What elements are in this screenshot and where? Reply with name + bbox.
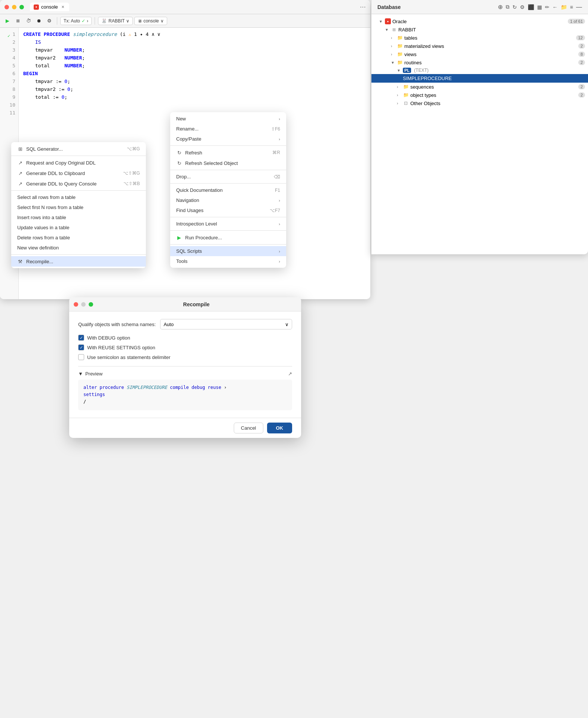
- dialog-body: Qualify objects with schema names: Auto …: [69, 312, 301, 418]
- traffic-light-green[interactable]: [19, 5, 24, 9]
- tx-dropdown[interactable]: Tx: Auto ✓ ›: [60, 17, 92, 25]
- preview-continuation: ›: [224, 385, 227, 390]
- gen-ddl-console-label: Generate DDL to Query Console: [26, 181, 97, 187]
- menu-sep-1: [11, 156, 146, 156]
- dialog-tl-yellow[interactable]: [81, 302, 86, 307]
- menu-recompile[interactable]: ⚒ Recompile...: [11, 256, 146, 267]
- rename-label: Rename...: [176, 126, 199, 132]
- views-chevron: ›: [391, 52, 395, 56]
- gen-ddl-console-shortcut: ⌥⇧⌘B: [123, 181, 140, 186]
- menu-gen-ddl-console[interactable]: ↗ Generate DDL to Query Console ⌥⇧⌘B: [11, 178, 146, 189]
- db-add-icon[interactable]: ⊕: [498, 3, 503, 10]
- menu-quick-doc[interactable]: Quick Documentation F1: [170, 185, 286, 195]
- preview-expand-icon[interactable]: ↗: [288, 371, 292, 377]
- db-table-icon[interactable]: ▦: [537, 4, 542, 10]
- ok-button[interactable]: OK: [267, 423, 293, 433]
- menu-copy-paste[interactable]: Copy/Paste ›: [170, 134, 286, 144]
- menu-sql-generator[interactable]: ⊞ SQL Generator... ⌥⌘G: [11, 144, 146, 154]
- db-filter-icon[interactable]: ≡: [570, 4, 573, 10]
- clock-button[interactable]: ⏱: [24, 16, 33, 25]
- tables-item[interactable]: › 📁 tables 12: [371, 34, 588, 42]
- run-button[interactable]: ▶: [3, 16, 12, 25]
- console-tab-close[interactable]: ✕: [60, 4, 65, 10]
- debug-checkbox[interactable]: ✓: [78, 335, 84, 341]
- menu-navigation[interactable]: Navigation ›: [170, 195, 286, 205]
- menu-sql-scripts[interactable]: SQL Scripts ›: [170, 246, 286, 256]
- console-tab[interactable]: ● console ✕: [30, 3, 69, 11]
- settings-button[interactable]: ⚙: [45, 16, 54, 25]
- drop-shortcut: ⌫: [274, 174, 280, 180]
- gen-ddl-clipboard-label: Generate DDL to Clipboard: [26, 171, 85, 176]
- traffic-light-red[interactable]: [4, 5, 9, 9]
- sequences-badge: 2: [578, 84, 585, 89]
- dialog-tl-green[interactable]: [89, 302, 93, 307]
- menu-run-procedure[interactable]: ▶ Run Procedure...: [170, 232, 286, 243]
- sequences-item[interactable]: › 📁 sequences 2: [371, 83, 588, 91]
- db-tree: ▼ ● Oracle 1 of 61 ▼ ⊞ RABBIT › 📁 tables…: [371, 14, 588, 110]
- gen-ddl-console-icon: ↗: [17, 181, 23, 187]
- preview-label: Preview: [85, 371, 102, 377]
- menu-introspection[interactable]: Introspection Level ›: [170, 219, 286, 229]
- dialog-titlebar: Recompile: [69, 297, 301, 312]
- console-dropdown[interactable]: 🖥 console ∨: [134, 17, 167, 25]
- menu-insert-rows[interactable]: Insert rows into a table: [11, 212, 146, 223]
- traffic-light-yellow[interactable]: [12, 5, 16, 9]
- other-objects-item[interactable]: › ⊡ Other Objects: [371, 99, 588, 107]
- db-alert-icon[interactable]: ⬛: [528, 4, 534, 10]
- menu-refresh-selected[interactable]: ↻ Refresh Selected Object: [170, 158, 286, 168]
- sql-generator-icon: ⊞: [17, 146, 23, 152]
- qualify-dropdown[interactable]: Auto ∨: [160, 319, 292, 329]
- menu-sep-2: [11, 190, 146, 191]
- db-title-bar: Database ⊕ ⧉ ↻ ⚙ ⬛ ▦ ✏ ← 📁 ≡ —: [371, 0, 588, 14]
- separator-1: [57, 17, 57, 25]
- routines-item[interactable]: ▼ 📁 routines 2: [371, 58, 588, 67]
- menu-rename[interactable]: Rename... ⇧F6: [170, 124, 286, 134]
- menu-request-ddl[interactable]: ↗ Request and Copy Original DDL: [11, 157, 146, 168]
- menu-tools[interactable]: Tools ›: [170, 256, 286, 266]
- more-icon[interactable]: ⋯: [360, 3, 366, 10]
- menu-find-usages[interactable]: Find Usages ⌥F7: [170, 205, 286, 215]
- views-item[interactable]: › 📁 views 8: [371, 50, 588, 58]
- line-6: 6: [3, 70, 15, 78]
- rabbit-label: RABBIT: [398, 27, 585, 33]
- rabbit-item[interactable]: ▼ ⊞ RABBIT: [371, 25, 588, 34]
- menu-new-view[interactable]: New view definition: [11, 243, 146, 253]
- refresh-shortcut: ⌘R: [272, 150, 280, 155]
- pl-item[interactable]: ▼ PL (TEXT): [371, 67, 588, 74]
- reuse-checkbox[interactable]: ✓: [78, 344, 84, 350]
- arrow-icon: ›: [87, 18, 88, 24]
- object-types-item[interactable]: › 📁 object types 2: [371, 91, 588, 99]
- record-button[interactable]: ⏺: [34, 16, 43, 25]
- db-edit-icon[interactable]: ✏: [545, 4, 549, 10]
- db-copy-icon[interactable]: ⧉: [506, 4, 509, 10]
- db-history-icon[interactable]: 📁: [561, 4, 567, 10]
- dialog-tl-red[interactable]: [74, 302, 78, 307]
- menu-select-all-rows[interactable]: Select all rows from a table: [11, 192, 146, 202]
- menu-drop[interactable]: Drop... ⌫: [170, 172, 286, 182]
- db-settings-icon[interactable]: ⚙: [520, 4, 525, 10]
- copy-paste-arrow-icon: ›: [279, 137, 280, 141]
- db-minimize-icon[interactable]: —: [576, 4, 582, 10]
- select-all-rows-label: Select all rows from a table: [17, 194, 76, 200]
- preview-toggle[interactable]: ▼ Preview: [78, 371, 102, 377]
- line-1: ✓ 1: [3, 31, 15, 39]
- views-folder-icon: 📁: [397, 51, 403, 57]
- cancel-button[interactable]: Cancel: [234, 423, 263, 433]
- db-refresh-icon[interactable]: ↻: [512, 4, 517, 10]
- preview-header: ▼ Preview ↗: [78, 371, 292, 377]
- oracle-item[interactable]: ▼ ● Oracle 1 of 61: [371, 17, 588, 25]
- db-back-icon[interactable]: ←: [552, 4, 558, 10]
- rabbit-dropdown[interactable]: 🐰 RABBIT ∨: [98, 17, 133, 25]
- semicolon-checkbox[interactable]: [78, 354, 84, 360]
- stop-button[interactable]: ⏹: [13, 16, 22, 25]
- menu-refresh[interactable]: ↻ Refresh ⌘R: [170, 147, 286, 158]
- menu-new[interactable]: New ›: [170, 114, 286, 124]
- menu-delete-rows[interactable]: Delete rows from a table: [11, 233, 146, 243]
- qualify-dropdown-arrow: ∨: [285, 322, 289, 327]
- menu-gen-ddl-clipboard[interactable]: ↗ Generate DDL to Clipboard ⌥⇧⌘G: [11, 168, 146, 178]
- menu-select-first-n[interactable]: Select first N rows from a table: [11, 202, 146, 212]
- menu-update-values[interactable]: Update values in a table: [11, 223, 146, 233]
- mat-views-item[interactable]: › 📁 materialized views 2: [371, 42, 588, 50]
- code-paren: (i: [117, 31, 128, 39]
- simpleprocedure-item[interactable]: SIMPLEPROCEDURE: [371, 74, 588, 83]
